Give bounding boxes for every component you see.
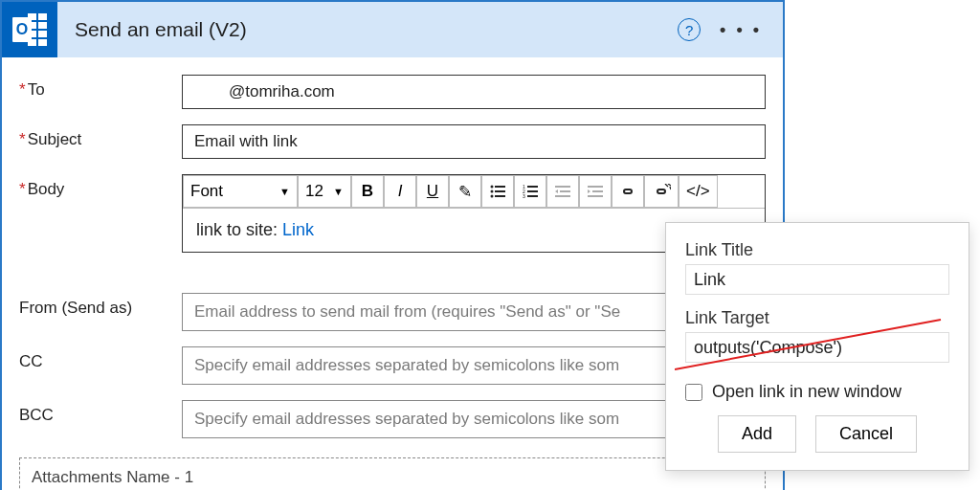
row-body: *Body Font▼ 12▼ B I U ✎ 123 — [19, 174, 766, 278]
svg-rect-13 — [560, 190, 570, 192]
help-icon[interactable]: ? — [678, 18, 701, 41]
open-new-window-checkbox[interactable] — [685, 384, 702, 401]
subject-input[interactable] — [182, 124, 766, 159]
cancel-button[interactable]: Cancel — [815, 415, 917, 453]
link-button[interactable] — [612, 175, 644, 208]
font-selector[interactable]: Font▼ — [183, 175, 298, 208]
card-title: Send an email (V2) — [75, 18, 678, 41]
rte-toolbar: Font▼ 12▼ B I U ✎ 123 — [183, 175, 765, 209]
link-title-label: Link Title — [685, 240, 949, 260]
underline-button[interactable]: U — [416, 175, 449, 208]
font-size-selector[interactable]: 12▼ — [298, 175, 351, 208]
label-to: To — [28, 80, 45, 99]
bullet-list-button[interactable] — [481, 175, 514, 208]
svg-point-0 — [491, 186, 494, 189]
svg-text:3: 3 — [523, 193, 525, 198]
link-target-input[interactable] — [685, 332, 949, 363]
body-text: link to site: — [196, 220, 282, 239]
unlink-button[interactable] — [644, 175, 679, 208]
svg-rect-16 — [592, 190, 603, 192]
svg-rect-3 — [495, 190, 505, 192]
add-button[interactable]: Add — [718, 415, 796, 453]
link-title-input[interactable] — [685, 264, 949, 295]
body-link[interactable]: Link — [282, 220, 314, 239]
svg-rect-12 — [555, 186, 570, 188]
number-list-button[interactable]: 123 — [514, 175, 546, 208]
outlook-icon: O — [2, 2, 57, 57]
bold-button[interactable]: B — [351, 175, 384, 208]
svg-rect-17 — [588, 195, 603, 197]
attachments-section[interactable]: Attachments Name - 1 — [19, 457, 766, 490]
link-target-label: Link Target — [685, 308, 949, 328]
label-from: From (Send as) — [19, 299, 132, 317]
label-bcc: BCC — [19, 406, 54, 424]
to-input[interactable] — [182, 75, 766, 109]
svg-line-18 — [665, 184, 668, 187]
row-subject: *Subject — [19, 124, 766, 159]
row-to: *To — [19, 75, 766, 109]
outdent-button[interactable] — [546, 175, 579, 208]
indent-button[interactable] — [579, 175, 612, 208]
open-new-window-row[interactable]: Open link in new window — [685, 382, 949, 402]
link-popup: Link Title Link Target Open link in new … — [665, 222, 969, 471]
svg-point-4 — [491, 195, 494, 198]
attachments-label: Attachments Name - 1 — [32, 468, 193, 486]
svg-point-2 — [491, 190, 494, 193]
svg-line-19 — [668, 184, 671, 186]
svg-rect-1 — [495, 186, 505, 188]
svg-rect-15 — [588, 186, 603, 188]
card-header: O Send an email (V2) ? • • • — [2, 2, 783, 57]
label-subject: Subject — [28, 130, 82, 148]
svg-rect-9 — [527, 190, 538, 192]
color-button[interactable]: ✎ — [449, 175, 481, 208]
svg-rect-14 — [555, 195, 570, 197]
svg-rect-5 — [495, 195, 505, 197]
label-body: Body — [28, 180, 65, 198]
open-new-window-label: Open link in new window — [712, 382, 902, 402]
italic-button[interactable]: I — [384, 175, 416, 208]
ellipsis-menu-icon[interactable]: • • • — [720, 20, 762, 40]
svg-rect-7 — [527, 186, 538, 188]
label-cc: CC — [19, 352, 43, 370]
row-cc: CC — [19, 346, 766, 385]
svg-line-20 — [670, 187, 671, 189]
row-bcc: BCC — [19, 400, 766, 438]
row-from: From (Send as) — [19, 293, 766, 331]
svg-rect-11 — [527, 195, 538, 197]
code-view-button[interactable]: </> — [679, 175, 718, 208]
